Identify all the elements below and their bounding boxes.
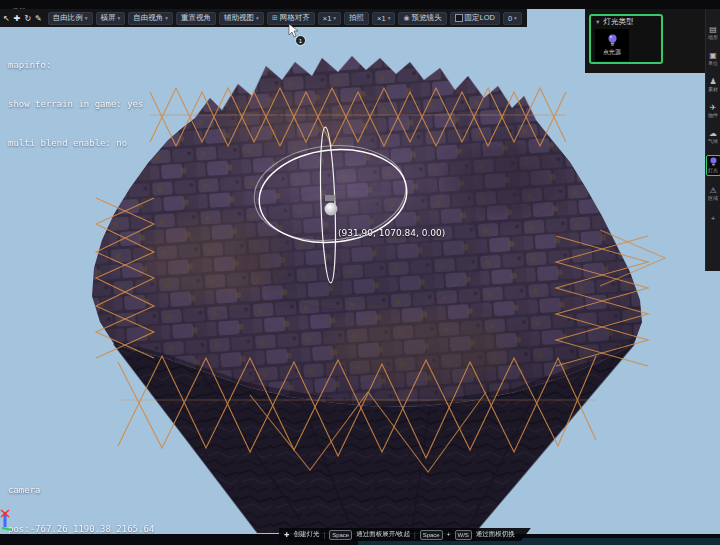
rotate-tool-icon[interactable]: ↻ xyxy=(24,12,31,25)
sidebar-item-label: 区域 xyxy=(708,196,718,202)
mapinfo-line: mapinfo: xyxy=(8,59,143,72)
panel-expand-hint: 通过面板展开/收起 xyxy=(356,530,410,539)
grid-snap-button[interactable]: ⊞ 网格对齐 xyxy=(267,12,315,25)
snapshot-label: 拍照 xyxy=(349,13,364,23)
mapinfo-line: show terrain in game: yes xyxy=(8,98,143,111)
chevron-down-icon: ▾ xyxy=(514,15,517,21)
ws-key-badge: W/S xyxy=(455,530,472,540)
gizmo-coordinates: (931.90, 1070.84, 0.00) xyxy=(338,228,445,238)
chevron-down-icon: ▾ xyxy=(333,15,336,21)
titlebar: 0#场景视图 xyxy=(0,0,720,9)
light-bulb-icon xyxy=(709,157,718,167)
separator: | xyxy=(323,531,325,538)
free-ratio-dropdown[interactable]: 自由比例 ▾ xyxy=(48,12,93,25)
fixed-lod-label: 固定LOD xyxy=(465,13,495,23)
point-light-label: 点光源 xyxy=(603,48,621,57)
light-type-group: ▼ 灯光类型 点光源 xyxy=(589,14,663,64)
create-light-label: 创建灯光 xyxy=(293,530,319,539)
fixed-lod-checkbox[interactable]: 固定LOD xyxy=(450,12,500,25)
scene-view-window: (931.90, 1070.84, 0.00) 0#场景视图 ↖ ✚ ↻ ✎ 自… xyxy=(0,0,720,545)
eye-icon: ◉ xyxy=(403,14,409,22)
object-icon: ✈ xyxy=(710,103,717,112)
sidebar-item-object[interactable]: ✈ 物件 xyxy=(707,103,719,119)
material-icon: ♟ xyxy=(709,77,716,86)
terrain-icon: ▤ xyxy=(709,25,717,34)
scale-2-label: ×1 xyxy=(377,14,386,23)
cloud-icon: ☁ xyxy=(709,129,717,138)
free-ratio-label: 自由比例 xyxy=(53,13,83,23)
sidebar-item-label: 单位 xyxy=(708,61,718,67)
add-category-button[interactable]: + xyxy=(711,214,716,223)
scale-dropdown-2[interactable]: ×1 ▾ xyxy=(372,12,395,25)
select-tool-icon[interactable]: ↖ xyxy=(3,12,10,25)
status-bar: ✚ 创建灯光 | Space 通过面板展开/收起 | Space + W/S 通… xyxy=(279,528,531,541)
sidebar-item-label: 素材 xyxy=(708,87,718,93)
category-sidebar: ▤ 地形 ▣ 单位 ♟ 素材 ✈ 物件 ☁ 气候 灯光 ⚠ 区域 xyxy=(705,9,720,271)
light-type-header[interactable]: ▼ 灯光类型 xyxy=(595,17,657,27)
lod-value-label: 0 xyxy=(508,14,512,23)
panel-switch-hint: 通过面板切换 xyxy=(476,530,515,539)
reset-view-button[interactable]: 重置视角 xyxy=(176,12,216,25)
gizmo-center-sphere[interactable] xyxy=(325,203,338,216)
toolbar: ↖ ✚ ↻ ✎ 自由比例 ▾ 横屏 ▾ 自由视角 ▾ 重置视角 辅助视图 ▾ ⊞… xyxy=(0,9,527,27)
free-view-label: 自由视角 xyxy=(133,13,163,23)
snapshot-button[interactable]: 拍照 xyxy=(344,12,369,25)
sidebar-item-terrain[interactable]: ▤ 地形 xyxy=(707,25,719,41)
chevron-down-icon: ▾ xyxy=(165,15,168,21)
chevron-down-icon: ▾ xyxy=(118,15,121,21)
free-view-dropdown[interactable]: 自由视角 ▾ xyxy=(128,12,173,25)
sidebar-item-label: 物件 xyxy=(708,113,718,119)
grid-snap-label: 网格对齐 xyxy=(280,13,310,23)
mapinfo-line: multi blend enable: no xyxy=(8,137,143,150)
sidebar-item-region[interactable]: ⚠ 区域 xyxy=(707,186,719,202)
sidebar-item-weather[interactable]: ☁ 气候 xyxy=(707,129,719,145)
transform-tools: ↖ ✚ ↻ ✎ xyxy=(3,12,42,25)
preview-camera-label: 预览镜头 xyxy=(412,13,442,23)
chevron-down-icon: ▾ xyxy=(388,15,391,21)
space-key-badge: Space xyxy=(329,530,352,540)
draw-tool-icon[interactable]: ✎ xyxy=(35,12,42,25)
warning-triangle-icon: ⚠ xyxy=(709,186,716,195)
create-tool-icon: ✚ xyxy=(284,531,289,539)
mouse-cursor: 1 xyxy=(288,24,308,46)
sidebar-item-light-selected[interactable]: 灯光 xyxy=(706,155,720,176)
chevron-down-icon: ▾ xyxy=(256,15,259,21)
sidebar-item-label: 气候 xyxy=(708,139,718,145)
scale-dropdown-1[interactable]: ×1 ▾ xyxy=(318,12,341,25)
camera-line: camera xyxy=(8,484,154,497)
lod-value-dropdown[interactable]: 0 ▾ xyxy=(503,12,522,25)
sidebar-item-label: 灯光 xyxy=(708,168,718,174)
helper-view-dropdown[interactable]: 辅助视图 ▾ xyxy=(219,12,264,25)
reset-view-label: 重置视角 xyxy=(181,13,211,23)
orientation-label: 横屏 xyxy=(101,13,116,23)
unit-icon: ▣ xyxy=(709,51,717,60)
plus-sign: + xyxy=(447,531,451,538)
gizmo-handle[interactable] xyxy=(325,195,335,201)
helper-view-label: 辅助视图 xyxy=(224,13,254,23)
sidebar-item-material[interactable]: ♟ 素材 xyxy=(707,77,719,93)
separator: | xyxy=(414,531,416,538)
count-badge: 1 xyxy=(295,35,306,46)
preview-camera-button[interactable]: ◉ 预览镜头 xyxy=(398,12,446,25)
axis-orientation-icon xyxy=(0,509,16,531)
sidebar-item-unit[interactable]: ▣ 单位 xyxy=(707,51,719,67)
grid-icon: ⊞ xyxy=(272,14,278,22)
orientation-dropdown[interactable]: 横屏 ▾ xyxy=(96,12,126,25)
checkbox-icon xyxy=(455,14,463,22)
light-type-panel: ▼ 灯光类型 点光源 xyxy=(585,9,707,73)
scale-1-label: ×1 xyxy=(323,14,332,23)
light-type-title: 灯光类型 xyxy=(603,17,633,27)
light-bulb-icon xyxy=(607,34,618,47)
camera-overlay: camera pos:-767.26 1190.38 2165.64 rot:-… xyxy=(8,458,154,545)
mapinfo-overlay: mapinfo: show terrain in game: yes multi… xyxy=(8,33,143,176)
collapse-icon[interactable]: ▼ xyxy=(595,19,600,25)
chevron-down-icon: ▾ xyxy=(85,15,88,21)
move-tool-icon[interactable]: ✚ xyxy=(14,12,21,25)
space-key-badge: Space xyxy=(420,530,443,540)
sidebar-item-label: 地形 xyxy=(708,35,718,41)
point-light-item[interactable]: 点光源 xyxy=(595,29,629,61)
